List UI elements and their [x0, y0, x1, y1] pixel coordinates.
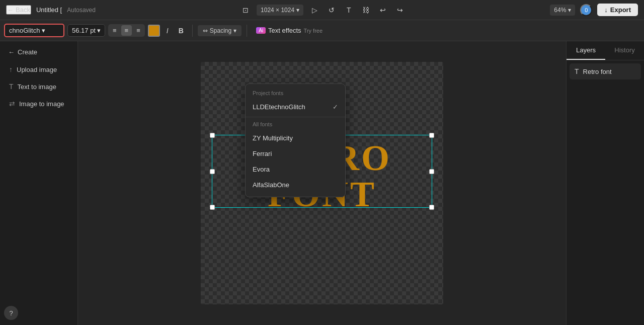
help-button[interactable]: ?	[4, 306, 18, 320]
font-name-label: chnoGlitch	[9, 27, 40, 34]
topbar-right: 64% ▾ 0 ↓ Export	[550, 4, 638, 16]
export-label: Export	[610, 6, 631, 14]
layer-item-retro-font[interactable]: T Retro font	[570, 63, 641, 79]
tab-history[interactable]: History	[605, 41, 644, 60]
font-option-alfaslabone[interactable]: AlfaSlabOne	[246, 177, 345, 193]
spacing-chevron: ▾	[233, 27, 236, 34]
sidebar-text-to-image-label: Text to image	[18, 83, 56, 91]
handle-top-right[interactable]	[429, 133, 434, 138]
text-effects-button[interactable]: Ai Text effects Try free	[252, 25, 327, 36]
left-sidebar: ← Create ↑ Upload image T Text to image …	[0, 41, 78, 325]
export-button[interactable]: ↓ Export	[597, 4, 638, 16]
canvas-size-chevron: ▾	[296, 7, 299, 14]
font-size-chevron: ▾	[97, 27, 101, 34]
back-arrow-icon: ←	[7, 6, 14, 14]
layer-text-icon: T	[575, 67, 579, 75]
sidebar-item-text-to-image[interactable]: T Text to image	[4, 79, 73, 94]
dropdown-divider	[246, 117, 345, 117]
font-option-ferrari-label: Ferrari	[253, 150, 272, 157]
right-sidebar: Layers History T Retro font	[566, 41, 644, 325]
project-title[interactable]: Untitled [	[36, 6, 62, 14]
link-icon[interactable]: ⛓	[359, 3, 373, 17]
project-fonts-label: Project fonts	[246, 88, 345, 99]
back-button[interactable]: ← Back	[6, 5, 31, 15]
font-dropdown: Project fonts LLDEtechnoGlitch ✓ All fon…	[245, 84, 346, 197]
text-to-image-icon: T	[9, 83, 14, 91]
font-option-llde[interactable]: LLDEtechnoGlitch ✓	[246, 99, 345, 115]
align-right-button[interactable]: ≡	[133, 25, 144, 36]
font-option-zy-label: ZY Multiplicity	[253, 134, 293, 142]
zoom-label: 64%	[554, 7, 566, 14]
play-icon[interactable]: ▷	[307, 3, 321, 17]
notifications-button[interactable]: 0	[580, 4, 592, 16]
redo-icon[interactable]: ↪	[393, 3, 407, 17]
spacing-button[interactable]: ⇔ Spacing ▾	[198, 25, 242, 36]
autosaved-status: Autosaved	[67, 7, 96, 14]
italic-icon: I	[167, 27, 169, 35]
spacing-label: Spacing	[210, 27, 231, 34]
zoom-chevron: ▾	[568, 7, 571, 14]
undo-icon[interactable]: ↩	[376, 3, 390, 17]
main: ← Create ↑ Upload image T Text to image …	[0, 41, 644, 325]
handle-top-left[interactable]	[210, 133, 215, 138]
font-selector-chevron: ▾	[42, 27, 45, 34]
sidebar-image-to-image-label: Image to image	[19, 100, 64, 108]
sidebar-item-upload-image[interactable]: ↑ Upload image	[4, 62, 73, 77]
layer-label: Retro font	[583, 68, 612, 75]
all-fonts-label: All fonts	[246, 119, 345, 130]
tab-history-label: History	[614, 46, 634, 54]
upload-image-icon: ↑	[9, 65, 13, 73]
notifications-count: 0	[585, 7, 588, 13]
italic-button[interactable]: I	[163, 25, 172, 37]
font-selector-button[interactable]: chnoGlitch ▾	[4, 24, 64, 37]
canvas-size-button[interactable]: 1024 × 1024 ▾	[257, 5, 303, 16]
zoom-button[interactable]: 64% ▾	[550, 5, 575, 16]
bold-button[interactable]: B	[175, 25, 187, 37]
text-effects-label: Text effects	[268, 27, 301, 34]
topbar-left: ← Back Untitled [ Autosaved	[6, 5, 96, 15]
toolbar-divider	[192, 25, 193, 37]
font-active-check: ✓	[333, 103, 338, 111]
topbar-icons: ▷ ↺ T ⛓ ↩ ↪	[307, 3, 407, 17]
text-align-group: ≡ ≡ ≡	[108, 24, 145, 37]
font-option-zy[interactable]: ZY Multiplicity	[246, 130, 345, 146]
tab-layers-label: Layers	[576, 46, 596, 54]
toolbar-divider2	[247, 25, 247, 37]
resize-icon[interactable]: ⊡	[238, 3, 253, 17]
spacing-icon: ⇔	[203, 27, 208, 34]
toolbar: chnoGlitch ▾ 56.17 pt ▾ ≡ ≡ ≡ I B ⇔ Spac…	[0, 20, 644, 41]
create-text: Create	[18, 48, 37, 56]
ai-badge: Ai	[256, 27, 266, 34]
export-download-icon: ↓	[604, 6, 608, 14]
font-option-evora-label: Evora	[253, 166, 270, 173]
text-icon[interactable]: T	[342, 3, 356, 17]
sidebar-bottom: ?	[4, 306, 73, 320]
font-size-button[interactable]: 56.17 pt ▾	[67, 24, 105, 37]
font-option-llde-label: LLDEtechnoGlitch	[253, 103, 305, 111]
align-center-button[interactable]: ≡	[121, 25, 132, 36]
topbar: ← Back Untitled [ Autosaved ⊡ 1024 × 102…	[0, 0, 644, 20]
create-label: ← Create	[4, 46, 73, 58]
topbar-center: ⊡ 1024 × 1024 ▾ ▷ ↺ T ⛓ ↩ ↪	[102, 3, 544, 17]
try-free-label: Try free	[304, 28, 323, 34]
back-label: Back	[16, 6, 30, 14]
sidebar-upload-image-label: Upload image	[17, 66, 57, 73]
font-option-alfaslabone-label: AlfaSlabOne	[253, 181, 289, 189]
font-option-evora[interactable]: Evora	[246, 161, 345, 177]
text-color-swatch[interactable]	[148, 25, 160, 37]
canvas-area[interactable]: ↻ RETRO FONT Project fonts LLDEtechnoGli…	[78, 41, 566, 325]
refresh-icon[interactable]: ↺	[325, 3, 339, 17]
align-left-button[interactable]: ≡	[109, 25, 120, 36]
font-option-ferrari[interactable]: Ferrari	[246, 146, 345, 161]
canvas-size-label: 1024 × 1024	[261, 7, 294, 14]
create-arrow-icon: ←	[8, 48, 15, 56]
tab-layers[interactable]: Layers	[567, 41, 605, 60]
font-size-label: 56.17 pt	[72, 27, 96, 34]
sidebar-item-image-to-image[interactable]: ⇄ Image to image	[4, 96, 73, 111]
right-sidebar-tabs: Layers History	[567, 41, 644, 60]
image-to-image-icon: ⇄	[9, 100, 15, 108]
bold-icon: B	[179, 27, 184, 35]
